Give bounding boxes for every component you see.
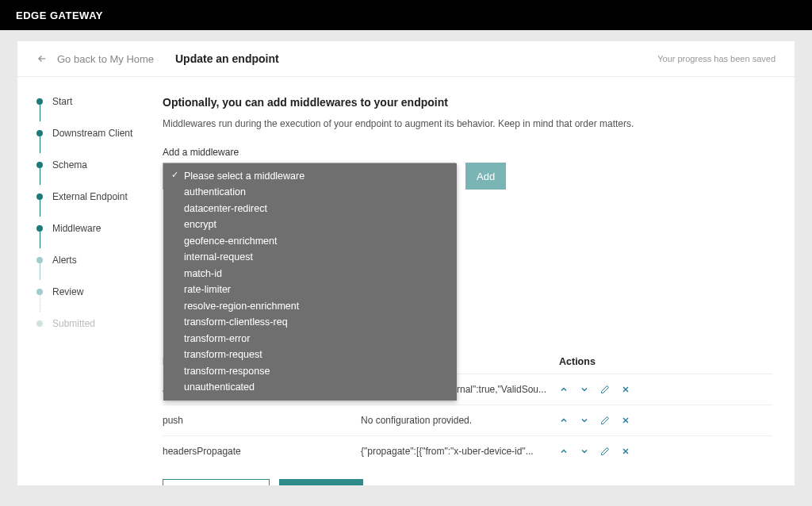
next-step-button[interactable]: NEXT STEP [279, 479, 364, 485]
dropdown-option[interactable]: Please select a middleware [163, 168, 457, 185]
step-schema[interactable]: Schema [36, 159, 156, 171]
table-row: push No configuration provided. [163, 404, 772, 435]
previous-step-button[interactable]: PREVIOUS STEP [163, 479, 270, 485]
back-link-label: Go back to My Home [57, 53, 154, 65]
edit-icon[interactable] [600, 385, 610, 394]
dropdown-option[interactable]: match-id [163, 266, 457, 282]
step-alerts[interactable]: Alerts [36, 255, 156, 266]
move-down-icon[interactable] [580, 447, 589, 456]
move-down-icon[interactable] [580, 416, 589, 425]
step-sidebar: Start Downstream Client Schema External … [17, 77, 156, 485]
back-link[interactable]: Go back to My Home [36, 53, 175, 65]
save-status: Your progress has been saved [657, 54, 776, 63]
table-row: headersPropagate {"propagate":[{"from":"… [163, 435, 772, 466]
move-up-icon[interactable] [559, 385, 569, 394]
dropdown-option[interactable]: transform-request [163, 347, 457, 364]
main-panel: Go back to My Home Update an endpoint Yo… [17, 41, 795, 485]
app-title-bar: EDGE GATEWAY [0, 0, 812, 30]
section-heading: Optionally, you can add middlewares to y… [163, 96, 772, 109]
dropdown-option[interactable]: unauthenticated [163, 380, 457, 397]
delete-icon[interactable] [621, 447, 630, 456]
edit-icon[interactable] [600, 447, 610, 456]
middleware-select-label: Add a middleware [163, 147, 772, 158]
dropdown-option[interactable]: resolve-region-enrichment [163, 298, 457, 315]
step-external-endpoint[interactable]: External Endpoint [36, 191, 156, 202]
step-downstream-client[interactable]: Downstream Client [36, 128, 156, 139]
dropdown-option[interactable]: geofence-enrichment [163, 233, 457, 250]
dropdown-option[interactable]: rate-limiter [163, 282, 457, 299]
step-review[interactable]: Review [36, 286, 156, 297]
row-config: {"propagate":[{"from":"x-uber-device-id"… [361, 446, 559, 457]
step-submitted: Submitted [36, 318, 156, 329]
section-description: Middlewares run during the execution of … [163, 118, 772, 129]
delete-icon[interactable] [621, 416, 630, 425]
dropdown-option[interactable]: encrypt [163, 217, 457, 234]
middleware-dropdown[interactable]: Please select a middleware authenticatio… [163, 163, 457, 401]
row-config: No configuration provided. [361, 415, 559, 426]
step-start[interactable]: Start [36, 96, 156, 107]
page-title: Update an endpoint [175, 52, 279, 65]
delete-icon[interactable] [621, 385, 630, 394]
app-title: EDGE GATEWAY [16, 10, 103, 21]
middleware-select[interactable]: Please select a middleware authenticatio… [163, 163, 456, 190]
arrow-left-icon [36, 53, 48, 64]
edit-icon[interactable] [600, 416, 610, 425]
col-header-actions: Actions [559, 356, 772, 367]
panel-header: Go back to My Home Update an endpoint Yo… [17, 41, 795, 77]
add-button[interactable]: Add [465, 163, 506, 190]
row-name: push [163, 415, 361, 426]
move-up-icon[interactable] [559, 447, 569, 456]
dropdown-option[interactable]: transform-error [163, 331, 457, 347]
move-down-icon[interactable] [580, 385, 589, 394]
dropdown-option[interactable]: datacenter-redirect [163, 201, 457, 217]
content-area: Optionally, you can add middlewares to y… [156, 77, 795, 485]
dropdown-option[interactable]: transform-response [163, 363, 457, 380]
dropdown-option[interactable]: authentication [163, 185, 457, 201]
dropdown-option[interactable]: transform-clientless-req [163, 315, 457, 332]
move-up-icon[interactable] [559, 416, 569, 425]
dropdown-option[interactable]: internal-request [163, 250, 457, 266]
row-name: headersPropagate [163, 446, 361, 457]
step-middleware[interactable]: Middleware [36, 223, 156, 234]
